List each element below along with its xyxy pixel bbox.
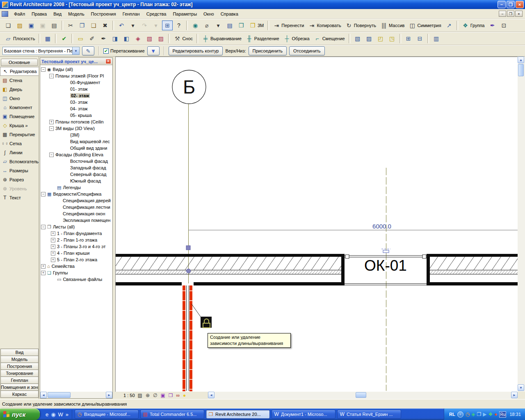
tree-item[interactable]: Спецификация окон xyxy=(40,210,112,217)
offset-button[interactable]: ⌐ Смещение xyxy=(312,34,347,43)
tree-item[interactable]: 03- этаж xyxy=(40,99,112,105)
designbar-tab-rendering[interactable]: Тонирование xyxy=(0,370,39,377)
tree-item[interactable]: + 4 - План крыши xyxy=(40,250,112,256)
tree-floorplans[interactable]: − Планы этажей (Floor Pl xyxy=(40,73,112,79)
group-button[interactable]: ❖ Группа xyxy=(460,21,486,30)
designbar-door[interactable]: ◧ Дверь xyxy=(0,85,39,94)
tree-groups[interactable]: + ❏ Группы xyxy=(40,269,112,276)
tree-expand-icon[interactable]: + xyxy=(51,258,55,262)
tree-expand-icon[interactable]: + xyxy=(41,271,46,275)
demolish-button[interactable]: ⚒ Снос xyxy=(172,34,194,43)
project-browser-toggle[interactable]: ⊞ xyxy=(162,21,173,30)
ink-pen-button[interactable]: ✒ xyxy=(98,34,109,43)
move-button[interactable]: ⇥ Перенести xyxy=(271,21,306,30)
align-button[interactable]: ╪ Выравнивание xyxy=(200,34,243,43)
zoom-button[interactable]: ⌀ xyxy=(201,21,212,30)
tree-links[interactable]: ▭ Связанные файлы xyxy=(40,276,112,283)
tree-item[interactable]: Восточный фасад xyxy=(40,158,112,164)
uncut-geometry-button[interactable]: ◳ xyxy=(387,34,397,43)
grid-grip-square[interactable] xyxy=(186,246,190,250)
designbar-section[interactable]: ⊕ Разрез xyxy=(0,175,39,184)
designbar-text[interactable]: T Текст xyxy=(0,193,39,202)
designbar-tab-view[interactable]: Вид xyxy=(0,349,39,356)
quicklaunch-word-icon[interactable]: W xyxy=(58,411,63,418)
task-word2[interactable]: W Статья Revit_Ерзин ... xyxy=(337,410,401,419)
drawing-area[interactable]: Б 6000.0 ОК-01 xyxy=(115,57,518,392)
tree-expand-icon[interactable]: + xyxy=(51,251,55,256)
tray-agent-icon[interactable]: ❖ xyxy=(488,411,493,417)
visibility-button[interactable]: ▤ xyxy=(224,21,235,30)
tree-item[interactable]: Южный фасад xyxy=(40,178,112,184)
tree-item[interactable]: Западный фасад xyxy=(40,164,112,171)
tree-views[interactable]: − ◉ Виды (all) xyxy=(40,66,112,73)
filter-button[interactable]: ▼ xyxy=(147,46,160,55)
mdi-restore-button[interactable]: ❐ xyxy=(507,11,514,17)
menu-site[interactable]: Генплан xyxy=(119,10,143,18)
tree-expand-icon[interactable]: − xyxy=(41,225,46,229)
scroll-down-icon[interactable]: ▼ xyxy=(518,384,524,391)
tree-item[interactable]: 00-Фундамент xyxy=(40,79,112,86)
designbar-lines[interactable]: ∫ Линии xyxy=(0,148,39,157)
tree-item[interactable]: + 2 - План 1-го этажа xyxy=(40,237,112,243)
dimension-value[interactable]: 6000.0 xyxy=(372,223,391,230)
tree-expand-icon[interactable]: − xyxy=(49,74,54,78)
link-button[interactable]: ⊡ xyxy=(499,21,509,30)
menu-settings[interactable]: Параметры xyxy=(169,10,200,18)
tree-ceilingplans[interactable]: + Планы потолков (Ceilin xyxy=(40,119,112,125)
menu-tools[interactable]: Средства xyxy=(143,10,170,18)
redo-button[interactable]: ↷ xyxy=(139,21,150,30)
detach-wall-button[interactable]: ◧ xyxy=(121,34,132,43)
designbar-room[interactable]: ▣ Помещение xyxy=(0,112,39,121)
3d-view-button[interactable]: ❒ xyxy=(236,21,247,30)
tree-item[interactable]: Спецификация лестни xyxy=(40,204,112,210)
chevron-down-icon[interactable]: ▼ xyxy=(72,47,79,55)
menu-file[interactable]: Файл xyxy=(11,10,28,18)
tree-item[interactable]: 04- этаж xyxy=(40,105,112,112)
tray-update-icon[interactable]: ▶ xyxy=(483,411,486,417)
close-button[interactable]: × xyxy=(516,1,524,8)
quicklaunch-more-icon[interactable]: » xyxy=(66,411,68,418)
tree-item[interactable]: {3М} xyxy=(40,132,112,138)
task-outlook[interactable]: ◷ Входящие - Microsof... xyxy=(75,410,139,419)
print-button[interactable]: ▤ xyxy=(49,21,59,30)
menu-drafting[interactable]: Построения xyxy=(88,10,119,18)
tree-expand-icon[interactable]: + xyxy=(51,238,55,242)
trim-button[interactable]: ┼ Обрезка xyxy=(282,34,311,43)
tray-antivirus-icon[interactable]: ● xyxy=(494,411,497,417)
scroll-left-icon[interactable]: ◄ xyxy=(208,392,215,398)
tree-3dviews[interactable]: − 3М виды (3D View) xyxy=(40,125,112,132)
minimize-button[interactable]: − xyxy=(498,1,506,8)
designbar-wall[interactable]: ▤ Стена xyxy=(0,76,39,85)
model-graphics-icon[interactable]: ⊕ xyxy=(146,393,150,398)
wall-structure-button[interactable]: ▧ xyxy=(144,34,155,43)
tree-item[interactable]: Спецификация дверей xyxy=(40,197,112,204)
designbar-modify[interactable]: ↖ Редактирова xyxy=(0,67,39,76)
window-tag[interactable]: ОК-01 xyxy=(364,257,407,274)
scroll-right-icon[interactable]: ► xyxy=(106,392,112,398)
designbar-tab-structural[interactable]: Каркас xyxy=(0,390,39,398)
alignment-lock-icon[interactable] xyxy=(201,317,212,328)
drag-option[interactable]: ✔ Перетаскивание xyxy=(103,48,145,54)
tray-collapse-icon[interactable]: ‹ xyxy=(457,411,463,418)
save-all-button[interactable]: ▣ xyxy=(37,21,48,30)
keyboard-layout-indicator[interactable]: Ru xyxy=(499,411,506,418)
edit-profile-button[interactable]: Редактировать контур xyxy=(169,46,223,55)
split-face-button[interactable]: ⊟ xyxy=(415,34,425,43)
dynamic-view-button[interactable]: ◉ xyxy=(190,21,201,30)
tray-clock-icon[interactable]: ◷ xyxy=(466,411,470,417)
exterior-wall-right[interactable] xyxy=(430,254,518,285)
tree-item[interactable]: Общий вид здани xyxy=(40,145,112,151)
start-button[interactable]: пуск xyxy=(0,409,40,420)
tree-expand-icon[interactable]: + xyxy=(49,120,54,124)
window-element[interactable]: ОК-01 xyxy=(341,254,430,285)
designbar-grid[interactable]: ♀♀ Сетка xyxy=(0,139,39,148)
spelling-button[interactable]: ✔ xyxy=(59,34,69,43)
canvas-vertical-scrollbar[interactable]: ▲ ▼ xyxy=(518,57,525,392)
redo-dropdown[interactable]: ▾ xyxy=(151,21,161,30)
delete-button[interactable]: ✖ xyxy=(100,21,110,30)
quicklaunch-media-icon[interactable]: ◉ xyxy=(51,411,55,418)
resize-button[interactable]: ↗ xyxy=(444,21,454,30)
copy-tool-button[interactable]: ⇥ Копировать xyxy=(306,21,342,30)
reveal-hidden-icon[interactable]: ∞ xyxy=(176,393,180,398)
unjoin-geometry-button[interactable]: ▨ xyxy=(364,34,374,43)
